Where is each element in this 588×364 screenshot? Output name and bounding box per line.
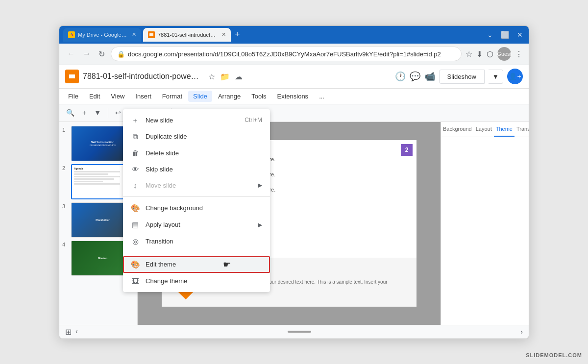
- slide-number-3: 3: [62, 202, 69, 209]
- document-title[interactable]: 7881-01-self-introduction-powerpoint-tem…: [83, 72, 200, 81]
- drive-favicon: [68, 31, 75, 38]
- tab-slides-close[interactable]: ✕: [221, 31, 226, 38]
- menu-transition[interactable]: ◎ Transition: [123, 233, 270, 250]
- slide-4-title: Mission: [98, 257, 107, 260]
- insert-icon[interactable]: +: [79, 107, 89, 119]
- menu-apply-layout[interactable]: ▤ Apply layout ▶: [123, 217, 270, 233]
- menu-edit-theme[interactable]: 🎨 Edit theme ☛: [123, 256, 270, 273]
- close-icon[interactable]: ✕: [517, 31, 523, 39]
- minimize-icon[interactable]: ⌄: [487, 31, 493, 39]
- layout-arrow: ▶: [258, 221, 262, 228]
- slide-3-title: Placeholder: [96, 218, 109, 221]
- panel-collapse-icon[interactable]: ‹: [75, 327, 78, 337]
- browser-window: My Drive - Google Drive ✕ 7881-01-self-i…: [59, 25, 529, 339]
- comment-icon[interactable]: 💬: [410, 71, 420, 82]
- bookmark-icon[interactable]: ☆: [466, 49, 472, 59]
- menu-skip-slide[interactable]: 👁 Skip slide: [123, 161, 270, 177]
- slideshow-dropdown-button[interactable]: ▼: [489, 70, 503, 84]
- new-slide-label: New slide: [146, 117, 239, 124]
- menu-icon[interactable]: ⋮: [515, 49, 523, 59]
- slide-1-title: Self IntroductionPRESENTATION TEMPLATE: [90, 141, 116, 146]
- app-header: 7881-01-self-introduction-powerpoint-tem…: [59, 65, 529, 89]
- menu-view[interactable]: View: [106, 91, 129, 102]
- menu-new-slide[interactable]: + New slide Ctrl+M: [123, 112, 270, 128]
- tab-background[interactable]: Background: [441, 122, 474, 137]
- move-to-icon[interactable]: 📁: [220, 72, 230, 81]
- menu-arrange[interactable]: Arrange: [213, 91, 245, 102]
- line-3: [74, 176, 120, 177]
- menu-insert[interactable]: Insert: [130, 91, 156, 102]
- layout-label: Apply layout: [146, 221, 252, 228]
- move-arrow: ▶: [258, 182, 262, 189]
- star-icon[interactable]: ☆: [208, 72, 215, 81]
- menu-more[interactable]: ...: [314, 91, 329, 102]
- tab-layout[interactable]: Layout: [474, 122, 494, 137]
- move-icon: ↕: [131, 181, 140, 190]
- menu-extensions[interactable]: Extensions: [272, 91, 314, 102]
- undo-icon[interactable]: ↩: [112, 107, 124, 119]
- address-bar: ← → ↻ 🔒 docs.google.com/presentation/d/1…: [59, 44, 529, 65]
- menu-change-theme[interactable]: 🖼 Change theme: [123, 273, 270, 289]
- menu-tools[interactable]: Tools: [246, 91, 271, 102]
- right-scroll-icon[interactable]: ›: [520, 328, 523, 336]
- menu-slide[interactable]: Slide: [188, 91, 212, 102]
- slides-app-icon: [65, 70, 79, 83]
- url-bar[interactable]: 🔒 docs.google.com/presentation/d/1D9CiL0…: [111, 47, 462, 61]
- history-icon[interactable]: 🕐: [395, 71, 406, 82]
- tab-theme[interactable]: Theme: [494, 122, 514, 137]
- menu-edit[interactable]: Edit: [84, 91, 105, 102]
- change-theme-label: Change theme: [146, 277, 262, 285]
- bottom-left: ⊞ ‹: [65, 327, 78, 337]
- duplicate-label: Duplicate slide: [146, 133, 262, 140]
- skip-label: Skip slide: [146, 166, 262, 173]
- tab-drive-close[interactable]: ✕: [132, 31, 136, 38]
- separator-1: [123, 196, 270, 197]
- menu-duplicate-slide[interactable]: ⧉ Duplicate slide: [123, 128, 270, 145]
- line-6: [74, 183, 120, 185]
- maximize-icon[interactable]: ⬜: [501, 31, 509, 39]
- new-tab-button[interactable]: +: [235, 29, 240, 40]
- download-icon[interactable]: ⬇: [476, 49, 483, 59]
- tab-transition[interactable]: Transition: [514, 122, 529, 137]
- slide-number-1: 1: [62, 126, 69, 133]
- reload-button[interactable]: ↻: [97, 48, 107, 61]
- layout-icon: ▤: [131, 220, 140, 229]
- tab-drive[interactable]: My Drive - Google Drive ✕: [63, 28, 141, 42]
- insert-dropdown[interactable]: ▼: [91, 107, 104, 119]
- menu-change-background[interactable]: 🎨 Change background: [123, 200, 270, 217]
- menu-delete-slide[interactable]: 🗑 Delete slide: [123, 145, 270, 161]
- url-text: docs.google.com/presentation/d/1D9CiL08o…: [128, 50, 455, 58]
- slide-badge: 2: [401, 144, 413, 156]
- cloud-icon[interactable]: ☁: [235, 72, 243, 81]
- slide-number-4: 4: [62, 241, 69, 247]
- skip-icon: 👁: [131, 165, 140, 173]
- profile-button[interactable]: Guest: [497, 47, 511, 61]
- slideshow-button[interactable]: Slideshow: [439, 70, 485, 84]
- menu-file[interactable]: File: [63, 91, 83, 102]
- tab-slides[interactable]: 7881-01-self-introduction-powe... ✕: [143, 28, 231, 42]
- right-panel-tabs: Background Layout Theme Transition ∧: [441, 122, 529, 137]
- back-button[interactable]: ←: [65, 48, 77, 60]
- header-right: 🕐 💬 📹 Slideshow ▼ 👤+: [395, 69, 523, 84]
- menu-bar: File Edit View Insert Format Slide Arran…: [59, 89, 529, 104]
- cast-icon[interactable]: ⬡: [487, 49, 493, 59]
- edit-theme-label: Edit theme: [146, 261, 262, 268]
- header-icons: ☆ 📁 ☁: [208, 72, 243, 81]
- grid-view-icon[interactable]: ⊞: [65, 327, 72, 337]
- slide-number-2: 2: [62, 164, 69, 171]
- line-2: [74, 173, 108, 175]
- add-person-icon: 👤+: [509, 73, 521, 80]
- edit-theme-icon: 🎨: [131, 260, 140, 269]
- slide-dropdown-menu: + New slide Ctrl+M ⧉ Duplicate slide 🗑 D…: [123, 109, 270, 292]
- meet-icon[interactable]: 📹: [424, 71, 435, 82]
- lock-icon: 🔒: [117, 50, 125, 58]
- toolbar-sep-1: [108, 108, 108, 118]
- forward-button[interactable]: →: [81, 48, 93, 60]
- transition-label: Transition: [146, 238, 262, 245]
- line-4: [74, 178, 114, 180]
- add-person-button[interactable]: 👤+: [507, 69, 523, 84]
- profile-label: Guest: [497, 51, 511, 57]
- background-label: Change background: [146, 204, 262, 212]
- zoom-in-icon[interactable]: 🔍: [63, 107, 77, 119]
- menu-format[interactable]: Format: [157, 91, 187, 102]
